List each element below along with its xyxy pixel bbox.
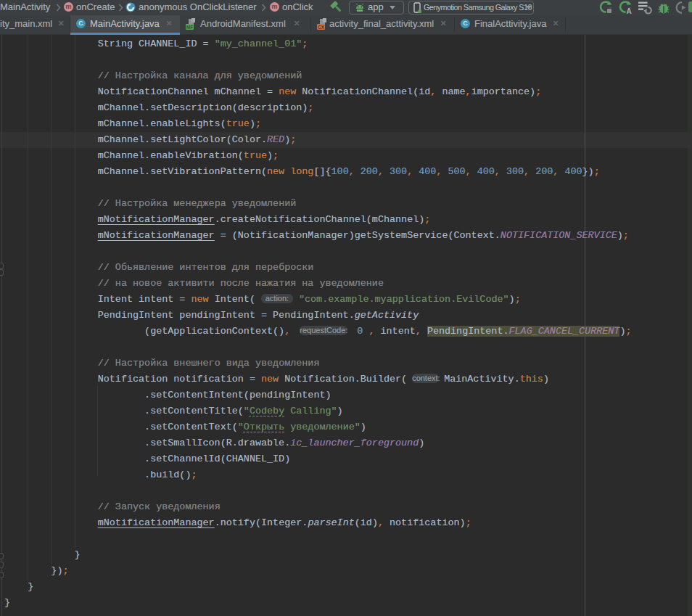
svg-text:CX: CX: [318, 25, 325, 30]
svg-text:MF: MF: [186, 25, 193, 30]
svg-text:A: A: [626, 7, 631, 15]
